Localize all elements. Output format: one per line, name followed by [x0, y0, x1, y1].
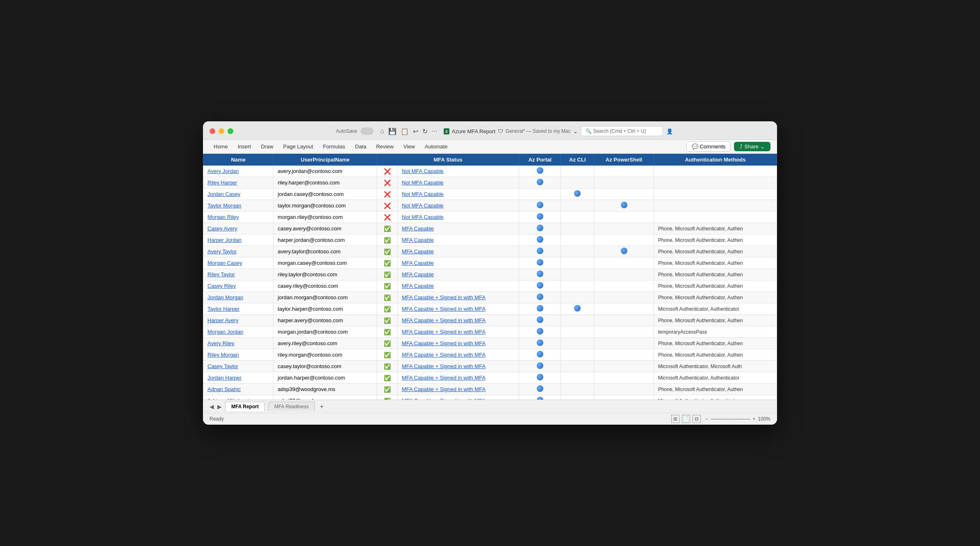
minimize-button[interactable]	[219, 128, 224, 134]
save-icon[interactable]: 💾	[388, 127, 397, 135]
mfa-icon-cell: ✅	[377, 349, 397, 361]
redo-icon[interactable]: ↻	[422, 127, 428, 135]
col-header-az-portal[interactable]: Az Portal	[519, 154, 561, 166]
dot-icon	[621, 202, 627, 208]
comments-button[interactable]: 💬 Comments	[686, 141, 731, 152]
zoom-minus[interactable]: –	[706, 416, 709, 422]
name-cell[interactable]: Casey Avery	[203, 223, 273, 234]
auth-methods-cell: Phone, Microsoft Authenticator, Authen	[654, 223, 777, 234]
undo-icon[interactable]: ↩	[413, 127, 418, 135]
status-right: ⊞ 📄 ⊟ – ———————— + 100%	[671, 415, 770, 423]
name-cell[interactable]: Avery Taylor	[203, 246, 273, 257]
col-header-name[interactable]: Name	[203, 154, 273, 166]
name-cell[interactable]: Riley Morgan	[203, 349, 273, 361]
mfa-status-cell[interactable]: MFA Capable + Signed in with MFA	[397, 384, 519, 395]
col-header-mfa-status[interactable]: MFA Status	[377, 154, 519, 166]
save-as-icon[interactable]: 📋	[401, 127, 409, 135]
col-header-az-cli[interactable]: Az CLI	[561, 154, 594, 166]
auth-methods-cell: Phone, Microsoft Authenticator, Authen	[654, 292, 777, 303]
mfa-status-cell[interactable]: Not MFA Capable	[397, 177, 519, 189]
mfa-status-cell[interactable]: Not MFA Capable	[397, 189, 519, 200]
nav-right-arrow[interactable]: ▶	[217, 403, 222, 410]
chevron-down-icon[interactable]: ⌄	[573, 128, 578, 134]
mfa-status-cell[interactable]: MFA Capable	[397, 246, 519, 257]
mfa-status-cell[interactable]: MFA Capable	[397, 280, 519, 292]
menu-page-layout[interactable]: Page Layout	[279, 142, 317, 151]
name-cell[interactable]: Riley Taylor	[203, 269, 273, 280]
name-cell[interactable]: Avery Jordan	[203, 166, 273, 177]
mfa-status-cell[interactable]: MFA Capable + Signed in with MFA	[397, 372, 519, 384]
mfa-status-cell[interactable]: MFA Capable	[397, 257, 519, 269]
name-cell[interactable]: Adnan Spahic	[203, 384, 273, 395]
normal-view-icon[interactable]: ⊞	[671, 415, 679, 423]
menu-formulas[interactable]: Formulas	[319, 142, 349, 151]
mfa-status-cell[interactable]: MFA Capable + Signed in with MFA	[397, 395, 519, 400]
mfa-status-cell[interactable]: Not MFA Capable	[397, 212, 519, 223]
more-icon[interactable]: ···	[432, 127, 437, 135]
name-cell[interactable]: Morgan Riley	[203, 212, 273, 223]
upn-cell: riley.taylor@contoso.com	[273, 269, 377, 280]
mfa-status-cell[interactable]: Not MFA Capable	[397, 200, 519, 212]
upn-cell: casey.avery@contoso.com	[273, 223, 377, 234]
page-view-icon[interactable]: 📄	[682, 415, 690, 423]
menu-draw[interactable]: Draw	[257, 142, 277, 151]
mfa-status-cell[interactable]: MFA Capable + Signed in with MFA	[397, 361, 519, 372]
name-cell[interactable]: Morgan Jordan	[203, 326, 273, 338]
zoom-slider[interactable]: ————————	[711, 416, 750, 422]
zoom-plus[interactable]: +	[752, 416, 755, 422]
mfa-status-cell[interactable]: MFA Capable	[397, 234, 519, 246]
mfa-icon-cell: ✅	[377, 372, 397, 384]
close-button[interactable]	[210, 128, 215, 134]
view-icons: ⊞ 📄 ⊟	[671, 415, 701, 423]
search-bar[interactable]: 🔍 Search (Cmd + Ctrl + U)	[581, 126, 663, 136]
share-button[interactable]: ⤴ Share ⌄	[734, 142, 770, 151]
name-cell[interactable]: Adriana Milutinovic	[203, 395, 273, 400]
name-cell[interactable]: Morgan Casey	[203, 257, 273, 269]
mfa-icon-cell: ✅	[377, 223, 397, 234]
menu-review[interactable]: Review	[372, 142, 398, 151]
name-cell[interactable]: Riley Harper	[203, 177, 273, 189]
home-icon[interactable]: ⌂	[380, 127, 384, 135]
sheet-tab-mfa-report[interactable]: MFA Report	[225, 402, 265, 411]
col-header-upn[interactable]: UserPrincipalName	[273, 154, 377, 166]
nav-left-arrow[interactable]: ◀	[210, 403, 214, 410]
mfa-icon-cell: ✅	[377, 234, 397, 246]
mfa-icon-cell: ✅	[377, 303, 397, 315]
col-header-az-ps[interactable]: Az PowerShell	[594, 154, 654, 166]
maximize-button[interactable]	[228, 128, 233, 134]
name-cell[interactable]: Harper Jordan	[203, 234, 273, 246]
mfa-status-cell[interactable]: MFA Capable	[397, 223, 519, 234]
menu-home[interactable]: Home	[210, 142, 232, 151]
mfa-status-cell[interactable]: Not MFA Capable	[397, 166, 519, 177]
user-icon[interactable]: 👤	[666, 128, 673, 134]
name-cell[interactable]: Jordan Morgan	[203, 292, 273, 303]
menu-insert[interactable]: Insert	[234, 142, 255, 151]
sheet-tab-mfa-readiness[interactable]: MFA Readiness	[268, 402, 315, 411]
name-cell[interactable]: Casey Taylor	[203, 361, 273, 372]
az-cli-cell	[561, 384, 594, 395]
autosave-toggle[interactable]	[360, 127, 374, 135]
add-sheet-button[interactable]: +	[318, 403, 325, 410]
mfa-status-cell[interactable]: MFA Capable + Signed in with MFA	[397, 315, 519, 326]
menu-automate[interactable]: Automate	[421, 142, 452, 151]
mfa-status-cell[interactable]: MFA Capable + Signed in with MFA	[397, 349, 519, 361]
page-break-icon[interactable]: ⊟	[693, 415, 701, 423]
name-cell[interactable]: Jordan Casey	[203, 189, 273, 200]
table-row: Morgan Jordanmorgan.jordan@contoso.com✅M…	[203, 326, 777, 338]
mfa-status-cell[interactable]: MFA Capable + Signed in with MFA	[397, 292, 519, 303]
upn-cell: jordan.morgan@contoso.com	[273, 292, 377, 303]
name-cell[interactable]: Taylor Harper	[203, 303, 273, 315]
upn-cell: admi77@woodgrove.ms	[273, 395, 377, 400]
name-cell[interactable]: Jordan Harper	[203, 372, 273, 384]
menu-data[interactable]: Data	[351, 142, 370, 151]
menu-view[interactable]: View	[399, 142, 419, 151]
mfa-status-cell[interactable]: MFA Capable + Signed in with MFA	[397, 326, 519, 338]
name-cell[interactable]: Casey Riley	[203, 280, 273, 292]
mfa-status-cell[interactable]: MFA Capable	[397, 269, 519, 280]
name-cell[interactable]: Taylor Morgan	[203, 200, 273, 212]
name-cell[interactable]: Avery Riley	[203, 338, 273, 349]
name-cell[interactable]: Harper Avery	[203, 315, 273, 326]
mfa-status-cell[interactable]: MFA Capable + Signed in with MFA	[397, 303, 519, 315]
col-header-auth-methods[interactable]: Authentication Methods	[654, 154, 777, 166]
mfa-status-cell[interactable]: MFA Capable + Signed in with MFA	[397, 338, 519, 349]
